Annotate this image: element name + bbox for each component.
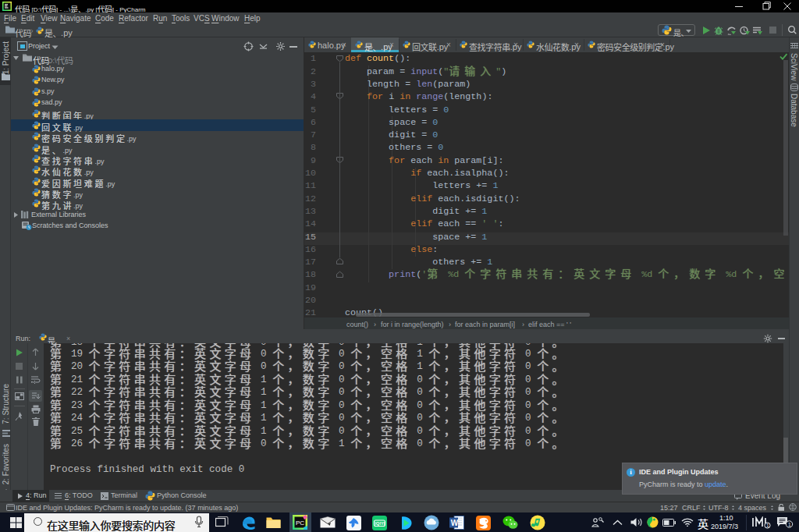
- svg-text:IQIYI: IQIYI: [375, 521, 385, 526]
- svg-text:1: 1: [788, 522, 791, 527]
- svg-text:W: W: [451, 519, 459, 527]
- svg-text:PC: PC: [296, 520, 304, 527]
- svg-text:1: 1: [766, 523, 769, 528]
